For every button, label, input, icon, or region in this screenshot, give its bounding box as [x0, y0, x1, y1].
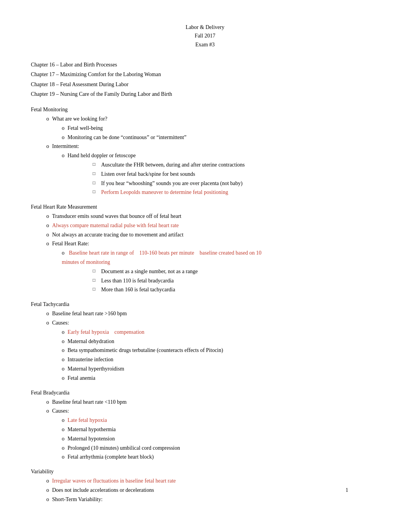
fhr-measurement-list: Transducer emits sound waves that bounce…	[31, 212, 379, 294]
list-item-maternal-hypotension: Maternal hypotension	[62, 434, 379, 444]
list-item-bradycardia-causes: Causes: Late fetal hypoxia Maternal hypo…	[46, 406, 379, 462]
list-item-irregular-waves: Irregular waves or fluctuations in basel…	[46, 476, 379, 486]
list-item-cord-compression: Prolonged (10 minutes) umbilical cord co…	[62, 444, 379, 453]
fetal-bradycardia-list: Baseline fetal heart rate <110 bpm Cause…	[31, 398, 379, 462]
fetal-monitoring-title: Fetal Monitoring	[31, 107, 379, 113]
bullet-whooshing: □ If you hear “whooshing” sounds you are…	[93, 179, 379, 188]
list-item-beta-drugs: Beta sympathomimetic drugs terbutaline (…	[62, 346, 379, 355]
fetal-monitoring-section: Fetal Monitoring What are we looking for…	[31, 107, 379, 197]
list-item-not-always: Not always an accurate tracing due to mo…	[46, 230, 379, 240]
chapter-19: Chapter 19 – Nursing Care of the Family …	[31, 89, 379, 99]
fetal-monitoring-list: What are we looking for? Fetal well-bein…	[31, 114, 379, 197]
chapter-17: Chapter 17 – Maximizing Comfort for the …	[31, 70, 379, 79]
header-line2: Fall 2017	[31, 32, 379, 40]
page-header: Labor & Delivery Fall 2017 Exam #3	[31, 23, 379, 49]
chapters-list: Chapter 16 – Labor and Birth Processes C…	[31, 60, 379, 99]
list-item-maternal-hypothermia: Maternal hypothermia	[62, 425, 379, 434]
list-item-intrauterine-infection: Intrauterine infection	[62, 355, 379, 364]
list-item-transducer: Transducer emits sound waves that bounce…	[46, 212, 379, 221]
list-item-wellbeing: Fetal well-being	[62, 124, 379, 133]
list-item-short-term: Short-Term Variability:	[46, 495, 379, 504]
header-line1: Labor & Delivery	[31, 23, 379, 32]
list-item-arrhythmia: Fetal arrhythmia (complete heart block)	[62, 452, 379, 462]
page-number: 1	[346, 487, 348, 493]
fhr-measurement-title: Fetal Heart Rate Measurement	[31, 204, 379, 210]
list-item-tachycardia-causes: Causes: Early fetal hypoxia compensation…	[46, 318, 379, 383]
fhr-measurement-section: Fetal Heart Rate Measurement Transducer …	[31, 204, 379, 294]
header-line3: Exam #3	[31, 41, 379, 49]
list-item-doppler: Hand held doppler or fetoscope □ Auscult…	[62, 151, 379, 197]
fetal-bradycardia-section: Fetal Bradycardia Baseline fetal heart r…	[31, 390, 379, 462]
fetal-tachycardia-list: Baseline fetal heart rate >160 bpm Cause…	[31, 309, 379, 382]
bullet-less-110: □ Less than 110 is fetal bradycardia	[93, 276, 379, 286]
list-item-early-hypoxia: Early fetal hypoxia compensation	[62, 328, 379, 337]
fetal-tachycardia-title: Fetal Tachycardia	[31, 301, 379, 308]
fetal-bradycardia-title: Fetal Bradycardia	[31, 390, 379, 396]
fetal-tachycardia-section: Fetal Tachycardia Baseline fetal heart r…	[31, 301, 379, 382]
bullet-document: □ Document as a single number, not as a …	[93, 267, 379, 276]
list-item-intermittent: Intermittent: Hand held doppler or fetos…	[46, 142, 379, 197]
list-item-bradycardia-baseline: Baseline fetal heart rate <110 bpm	[46, 398, 379, 407]
list-item-baseline-range: Baseline heart rate in range of 110-160 …	[62, 248, 379, 294]
bullet-listen: □ Listen over fetal back/spine for best …	[93, 170, 379, 179]
bullet-more-160: □ More than 160 is fetal tachycardia	[93, 285, 379, 294]
list-item-tachycardia-baseline: Baseline fetal heart rate >160 bpm	[46, 309, 379, 318]
list-item-maternal-dehydration: Maternal dehydration	[62, 337, 379, 346]
chapter-18: Chapter 18 – Fetal Assessment During Lab…	[31, 80, 379, 89]
list-item-compare-pulse: Always compare maternal radial pulse wit…	[46, 221, 379, 230]
list-item-monitoring-type: Monitoring can be done “continuous” or “…	[62, 133, 379, 142]
list-item-late-hypoxia: Late fetal hypoxia	[62, 416, 379, 425]
variability-section: Variability Irregular waves or fluctuati…	[31, 469, 379, 504]
list-item-fetal-hr: Fetal Heart Rate: Baseline heart rate in…	[46, 239, 379, 294]
chapter-16: Chapter 16 – Labor and Birth Processes	[31, 60, 379, 70]
list-item-what: What are we looking for? Fetal well-bein…	[46, 114, 379, 142]
list-item-fetal-anemia: Fetal anemia	[62, 374, 379, 383]
variability-title: Variability	[31, 469, 379, 475]
list-item-no-accel: Does not include accelerations or decele…	[46, 486, 379, 495]
variability-list: Irregular waves or fluctuations in basel…	[31, 476, 379, 504]
bullet-leopolds: □ Perform Leopolds maneuver to determine…	[93, 188, 379, 197]
list-item-maternal-hyperthyroidism: Maternal hyperthyroidism	[62, 364, 379, 374]
bullet-auscultate: □ Auscultate the FHR between, during and…	[93, 160, 379, 170]
